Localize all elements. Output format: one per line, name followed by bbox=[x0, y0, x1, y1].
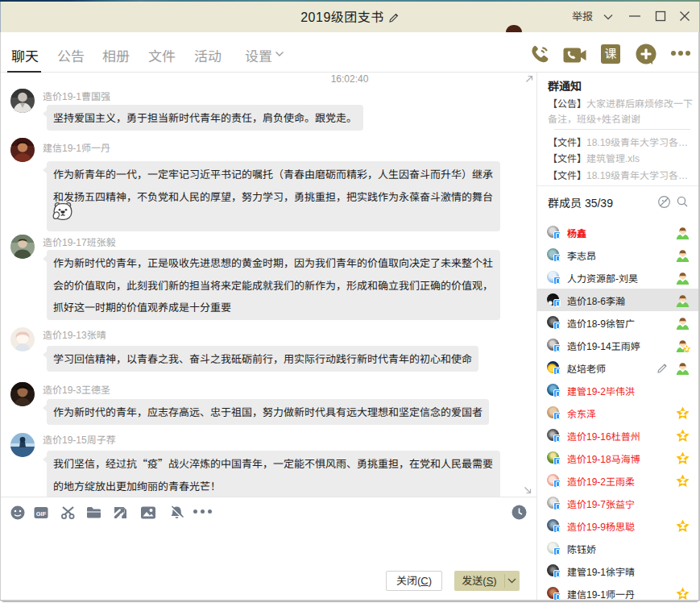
svg-text:GIF: GIF bbox=[36, 510, 47, 518]
